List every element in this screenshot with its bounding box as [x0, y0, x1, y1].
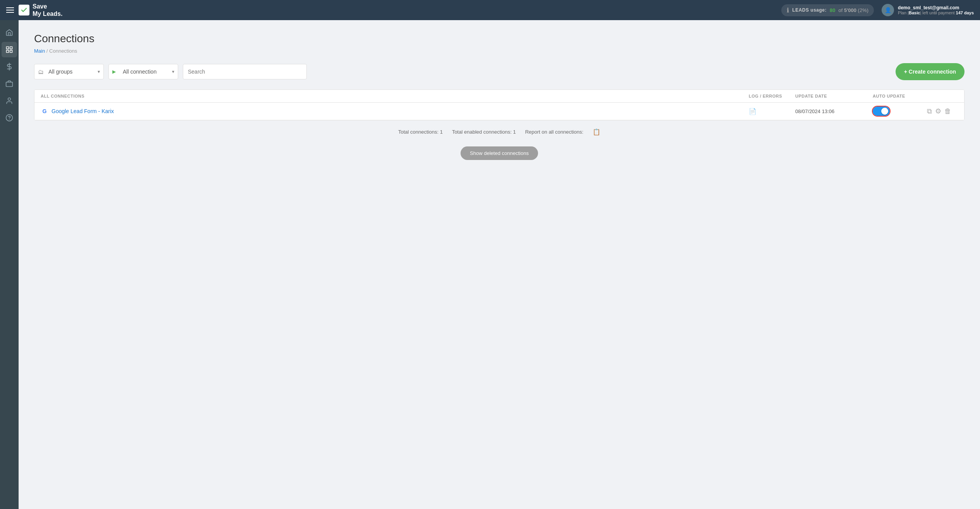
- report-icon[interactable]: 📋: [593, 128, 600, 136]
- svg-point-6: [8, 98, 11, 101]
- leads-usage: ℹ LEADS usage: 80 of 5'000 (2%): [781, 4, 874, 16]
- svg-rect-2: [7, 50, 9, 53]
- search-wrapper: [183, 64, 307, 79]
- toolbar: 🗂 All groups ▾ ▶ All connection ▾ + Crea…: [34, 63, 965, 80]
- topbar-left: Save My Leads.: [6, 3, 62, 17]
- row-actions: ⧉ ⚙ 🗑: [927, 107, 958, 115]
- connection-filter-wrapper: ▶ All connection ▾: [108, 64, 178, 79]
- show-deleted-container: Show deleted connections: [34, 146, 965, 160]
- connection-link[interactable]: Google Lead Form - Karix: [52, 108, 114, 114]
- leads-total: of 5'000 (2%): [839, 7, 869, 13]
- sidebar-item-billing[interactable]: [2, 59, 17, 74]
- topbar: Save My Leads. ℹ LEADS usage: 80 of 5'00…: [0, 0, 980, 20]
- logo-text: Save My Leads.: [33, 3, 62, 17]
- total-connections: Total connections: 1: [398, 129, 443, 135]
- logo-icon: [19, 5, 29, 15]
- connection-filter-select[interactable]: All connection: [108, 64, 178, 79]
- col-log-errors: LOG / ERRORS: [749, 94, 795, 98]
- stats-row: Total connections: 1 Total enabled conne…: [34, 120, 965, 143]
- user-info: 👤 demo_sml_test@gmail.com Plan |Basic| l…: [882, 4, 974, 16]
- sidebar-item-help[interactable]: [2, 110, 17, 126]
- svg-rect-5: [6, 82, 13, 87]
- table-header: ALL CONNECTIONS LOG / ERRORS UPDATE DATE…: [34, 90, 964, 103]
- col-name: ALL CONNECTIONS: [41, 94, 749, 98]
- sidebar-item-briefcase[interactable]: [2, 76, 17, 91]
- auto-update-toggle[interactable]: [873, 107, 890, 116]
- total-enabled: Total enabled connections: 1: [452, 129, 516, 135]
- col-actions: [927, 94, 958, 98]
- sidebar-item-home[interactable]: [2, 25, 17, 40]
- toggle-container: [873, 107, 927, 116]
- leads-label: LEADS usage:: [792, 7, 827, 13]
- sidebar-item-account[interactable]: [2, 93, 17, 108]
- delete-icon[interactable]: 🗑: [944, 107, 951, 115]
- log-errors-cell: 📄: [749, 108, 795, 115]
- report-label: Report on all connections:: [525, 129, 583, 135]
- show-deleted-button[interactable]: Show deleted connections: [461, 146, 538, 160]
- settings-icon[interactable]: ⚙: [935, 107, 941, 115]
- topbar-right: ℹ LEADS usage: 80 of 5'000 (2%) 👤 demo_s…: [781, 4, 974, 16]
- col-auto-update: AUTO UPDATE: [873, 94, 927, 98]
- col-update-date: UPDATE DATE: [795, 94, 873, 98]
- breadcrumb: Main / Connections: [34, 48, 965, 54]
- avatar: 👤: [882, 4, 894, 16]
- hamburger-menu-icon[interactable]: [6, 7, 14, 13]
- layout: Connections Main / Connections 🗂 All gro…: [0, 20, 980, 509]
- groups-select-wrapper: 🗂 All groups ▾: [34, 64, 104, 79]
- groups-select[interactable]: All groups: [34, 64, 104, 79]
- svg-rect-3: [10, 50, 12, 53]
- connections-table: ALL CONNECTIONS LOG / ERRORS UPDATE DATE…: [34, 89, 965, 120]
- user-details: demo_sml_test@gmail.com Plan |Basic| lef…: [898, 5, 974, 15]
- sidebar-item-connections[interactable]: [2, 42, 17, 57]
- search-input[interactable]: [183, 64, 307, 79]
- info-icon: ℹ: [787, 7, 789, 14]
- leads-current: 80: [830, 7, 835, 13]
- log-document-icon[interactable]: 📄: [749, 108, 756, 115]
- user-plan: Plan |Basic| left until payment 147 days: [898, 10, 974, 15]
- connection-name: G Google Lead Form - Karix: [41, 107, 749, 115]
- user-email: demo_sml_test@gmail.com: [898, 5, 974, 10]
- page-title: Connections: [34, 33, 965, 45]
- breadcrumb-current: Connections: [49, 48, 77, 54]
- create-connection-button[interactable]: + Create connection: [896, 63, 965, 80]
- logo: Save My Leads.: [19, 3, 62, 17]
- svg-rect-1: [10, 47, 12, 49]
- copy-icon[interactable]: ⧉: [927, 107, 932, 115]
- table-row: G Google Lead Form - Karix 📄 08/07/2024 …: [34, 103, 964, 120]
- google-icon: G: [41, 107, 48, 115]
- svg-rect-0: [7, 47, 9, 49]
- breadcrumb-main[interactable]: Main: [34, 48, 45, 54]
- sidebar: [0, 20, 19, 509]
- update-date-cell: 08/07/2024 13:06: [795, 108, 873, 114]
- content: Connections Main / Connections 🗂 All gro…: [19, 20, 980, 509]
